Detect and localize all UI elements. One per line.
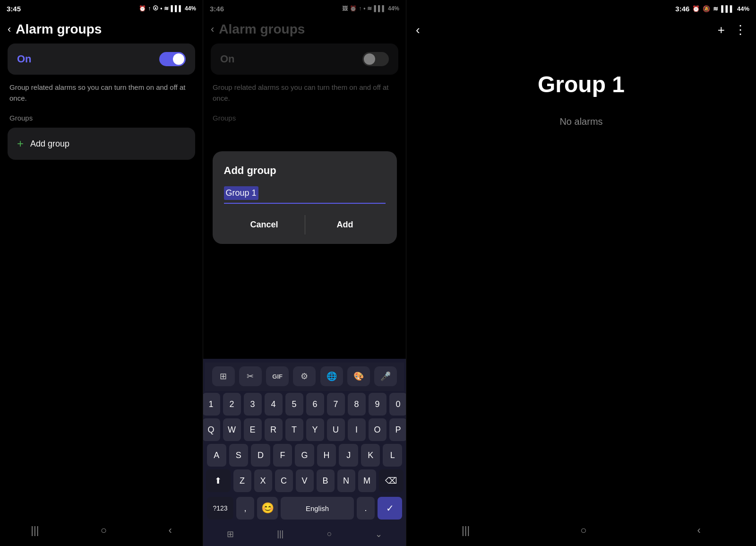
panel-left: 3:45 ⏰ ↑ ⦿ • ≋ ▌▌▌ 44% ‹ Alarm groups On… [0, 0, 203, 546]
kb-key-g[interactable]: G [295, 444, 314, 467]
panel-middle: 3:46 🖼 ⏰ ↑ • ≋ ▌▌▌ 44% ‹ Alarm groups On… [203, 0, 406, 546]
alarm-icon-left: ⏰ [139, 5, 146, 12]
kb-key-period[interactable]: . [357, 497, 375, 520]
nav-home-left[interactable]: ○ [101, 524, 107, 537]
kb-key-0[interactable]: 0 [389, 393, 407, 416]
kb-key-c[interactable]: C [275, 469, 293, 492]
kb-row-numbers: 1 2 3 4 5 6 7 8 9 0 [207, 393, 402, 416]
kb-key-3[interactable]: 3 [244, 393, 262, 416]
kb-clipboard-button[interactable]: ✂ [239, 366, 262, 386]
kb-settings-button[interactable]: ⚙ [293, 366, 316, 386]
status-bar-left: 3:45 ⏰ ↑ ⦿ • ≋ ▌▌▌ 44% [0, 0, 203, 17]
kb-bottom-row: ?123 , 😊 English . ✓ [205, 497, 404, 520]
nav-back-left[interactable]: ‹ [168, 524, 172, 537]
kb-key-6[interactable]: 6 [306, 393, 324, 416]
kb-translate-button[interactable]: 🌐 [320, 366, 343, 386]
kb-key-e[interactable]: E [244, 418, 262, 441]
kb-key-t[interactable]: T [285, 418, 303, 441]
kb-key-s[interactable]: S [229, 444, 249, 467]
time-right: 3:46 [675, 5, 689, 13]
panel-right: 3:46 ⏰ 🔕 ≋ ▌▌▌ 44% ‹ + ⋮ Group 1 No alar… [406, 0, 756, 546]
signal-icon-left: ▌▌▌ [171, 5, 183, 12]
nav-bar-right: ||| ○ ‹ [406, 517, 756, 546]
back-button-left[interactable]: ‹ [8, 23, 11, 35]
kb-key-sym[interactable]: ?123 [207, 497, 233, 520]
nav-menu-left[interactable]: ||| [31, 524, 39, 537]
battery-left: 44% [185, 5, 196, 12]
kb-key-8[interactable]: 8 [348, 393, 366, 416]
kb-nav-home-icon[interactable]: ○ [327, 529, 332, 539]
toggle-switch-left[interactable] [159, 52, 186, 66]
kb-key-q[interactable]: Q [203, 418, 220, 441]
kb-key-y[interactable]: Y [306, 418, 324, 441]
groups-label-left: Groups [0, 107, 203, 126]
kb-grid-button[interactable]: ⊞ [212, 366, 235, 386]
no-alarms-text: No alarms [559, 116, 602, 127]
kb-key-k[interactable]: K [361, 444, 380, 467]
dialog-input-value[interactable]: Group 1 [224, 186, 258, 200]
kb-key-z[interactable]: Z [233, 469, 251, 492]
kb-key-emoji[interactable]: 😊 [257, 497, 278, 520]
kb-key-9[interactable]: 9 [369, 393, 387, 416]
page-title-left: Alarm groups [16, 22, 102, 37]
panel-right-actions: + ⋮ [718, 23, 747, 37]
add-button[interactable]: Add [305, 215, 386, 234]
back-button-right[interactable]: ‹ [416, 23, 420, 37]
kb-key-v[interactable]: V [296, 469, 314, 492]
group-title: Group 1 [538, 71, 625, 97]
add-button-right[interactable]: + [718, 23, 725, 37]
menu-button-right[interactable]: ⋮ [734, 23, 747, 37]
nav-back-right[interactable]: ‹ [697, 524, 701, 537]
kb-key-d[interactable]: D [251, 444, 270, 467]
kb-key-j[interactable]: J [339, 444, 358, 467]
kb-gif-button[interactable]: GIF [266, 366, 289, 386]
upload-icon-left: ↑ [148, 5, 151, 12]
kb-key-shift[interactable]: ⬆ [206, 469, 231, 492]
kb-key-r[interactable]: R [265, 418, 283, 441]
kb-key-7[interactable]: 7 [327, 393, 345, 416]
kb-key-m[interactable]: M [358, 469, 376, 492]
toggle-row-left[interactable]: On [8, 43, 195, 75]
kb-key-5[interactable]: 5 [285, 393, 303, 416]
dialog-title: Add group [224, 165, 386, 177]
kb-key-enter[interactable]: ✓ [378, 497, 402, 520]
keyboard: ⊞ ✂ GIF ⚙ 🌐 🎨 🎤 1 2 3 4 5 6 7 8 9 0 [203, 359, 406, 546]
mute-icon-right: 🔕 [703, 5, 710, 12]
add-group-button-left[interactable]: + Add group [8, 128, 195, 160]
add-group-dialog: Add group Group 1 Cancel Add [213, 151, 397, 244]
kb-key-comma[interactable]: , [236, 497, 254, 520]
kb-mic-button[interactable]: 🎤 [374, 366, 397, 386]
kb-key-a[interactable]: A [207, 444, 226, 467]
kb-key-f[interactable]: F [273, 444, 292, 467]
cancel-button[interactable]: Cancel [224, 215, 305, 234]
kb-key-backspace[interactable]: ⌫ [379, 469, 404, 492]
kb-key-x[interactable]: X [254, 469, 272, 492]
kb-key-l[interactable]: L [383, 444, 402, 467]
nav-home-right[interactable]: ○ [580, 524, 586, 537]
kb-nav-grid-icon[interactable]: ⊞ [227, 529, 234, 539]
kb-key-o[interactable]: O [369, 418, 387, 441]
kb-key-p[interactable]: P [389, 418, 407, 441]
kb-key-1[interactable]: 1 [203, 393, 220, 416]
toggle-label-left: On [17, 53, 32, 65]
kb-palette-button[interactable]: 🎨 [347, 366, 370, 386]
kb-key-b[interactable]: B [317, 469, 335, 492]
wifi-icon-right: ≋ [713, 5, 718, 12]
kb-nav-down-icon[interactable]: ⌄ [375, 529, 382, 539]
signal-icon-right: ▌▌▌ [721, 5, 734, 12]
dot-icon-left: • [160, 5, 162, 12]
nav-menu-right[interactable]: ||| [462, 524, 470, 537]
kb-key-w[interactable]: W [223, 418, 241, 441]
page-header-left: ‹ Alarm groups [0, 17, 203, 43]
kb-key-n[interactable]: N [337, 469, 355, 492]
kb-key-i[interactable]: I [348, 418, 366, 441]
kb-key-u[interactable]: U [327, 418, 345, 441]
kb-key-2[interactable]: 2 [223, 393, 241, 416]
kb-key-space[interactable]: English [281, 497, 354, 520]
kb-row-zxcv: ⬆ Z X C V B N M ⌫ [207, 469, 402, 492]
kb-key-h[interactable]: H [317, 444, 336, 467]
kb-key-4[interactable]: 4 [265, 393, 283, 416]
kb-row-asdf: A S D F G H J K L [207, 444, 402, 467]
wifi-icon-left: ≋ [164, 5, 169, 12]
kb-nav-menu-icon[interactable]: ||| [277, 529, 284, 539]
